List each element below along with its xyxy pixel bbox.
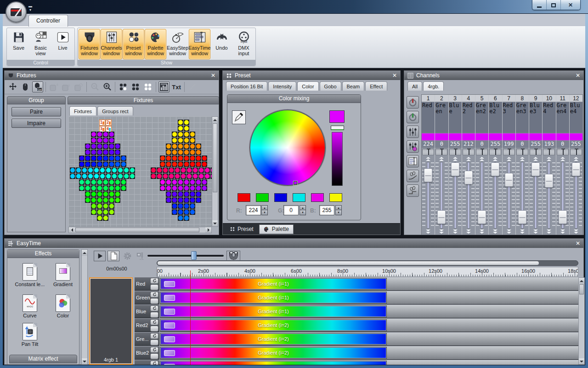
scroll-down-icon[interactable]	[82, 358, 87, 364]
fixture-cell[interactable]	[184, 197, 189, 203]
fixture-cell[interactable]	[178, 191, 183, 197]
fixture-cell[interactable]	[109, 144, 114, 149]
fixtures-tool-zoom-in[interactable]	[102, 81, 113, 92]
fixture-cell[interactable]	[196, 150, 201, 155]
fixture-cell[interactable]	[190, 185, 195, 191]
fixture-numbered-2[interactable]: 2	[106, 120, 112, 126]
fixture-cell[interactable]	[204, 167, 210, 173]
fader-up-icon[interactable]	[520, 156, 525, 161]
fixture-cell[interactable]	[70, 173, 75, 179]
rgb-input-r[interactable]: 224	[246, 205, 261, 215]
fixture-cell[interactable]	[103, 138, 108, 143]
fader-up-icon[interactable]	[453, 156, 458, 161]
zoom-slider[interactable]	[147, 251, 224, 260]
track-loop-button[interactable]	[150, 292, 158, 298]
fixture-cell[interactable]	[184, 203, 189, 209]
scroll-up-icon[interactable]	[212, 117, 218, 123]
fixture-cell[interactable]	[91, 209, 96, 215]
clip-start-chip[interactable]	[164, 309, 175, 315]
fixture-cell[interactable]	[115, 155, 120, 161]
fixture-cell[interactable]	[178, 144, 183, 149]
fader-up-icon[interactable]	[426, 156, 430, 161]
fixture-cell[interactable]	[109, 138, 114, 143]
fader-down-icon[interactable]	[453, 229, 458, 234]
fixture-cell[interactable]	[172, 138, 177, 143]
app-menu-orb[interactable]	[6, 1, 27, 23]
fixture-cell[interactable]	[198, 173, 204, 179]
preset-swatch-4[interactable]	[311, 193, 324, 202]
fixture-cell[interactable]	[178, 161, 183, 167]
fixture-cell[interactable]	[76, 173, 81, 179]
fixture-cell[interactable]	[91, 191, 96, 197]
fader-handle[interactable]	[571, 162, 580, 176]
channel-fader[interactable]	[556, 156, 569, 235]
fixture-cell[interactable]	[190, 203, 195, 209]
fixture-cell[interactable]	[175, 173, 180, 179]
effect-item-curve[interactable]: sin(x)Curve	[14, 294, 46, 318]
gradient-clip[interactable]: Gradient (i=2)	[160, 347, 387, 359]
fixture-cell[interactable]	[187, 173, 192, 179]
fixture-cell[interactable]	[202, 161, 207, 167]
fixtures-tool-txt[interactable]: Txt	[171, 81, 182, 92]
clip-start-chip[interactable]	[164, 350, 175, 356]
fixture-cell[interactable]	[166, 179, 171, 185]
fixtures-grid[interactable]: 1234	[68, 116, 212, 227]
fader-handle[interactable]	[437, 210, 446, 224]
fixture-cell[interactable]	[192, 173, 198, 179]
fixture-cell[interactable]	[103, 185, 108, 191]
track-lane[interactable]: Gradient (i=1)	[160, 277, 578, 291]
tab-controller[interactable]: Controller	[28, 15, 68, 27]
track-loop-button[interactable]	[150, 361, 158, 365]
fixture-cell[interactable]	[172, 185, 177, 191]
channels-faders-button[interactable]	[407, 126, 419, 138]
preset-close-icon[interactable]: ✕	[392, 73, 397, 78]
gradient-clip[interactable]: Gradient (i=2)	[160, 333, 387, 345]
rgb-input-g[interactable]: 0	[283, 205, 299, 215]
track-mode-button[interactable]	[150, 353, 158, 359]
fixture-cell[interactable]	[106, 167, 111, 173]
fixtures-tool-group-edit[interactable]	[73, 81, 84, 92]
preset-tab-color[interactable]: Color	[297, 81, 318, 91]
quick-access-dropdown[interactable]: ▬▾	[28, 5, 32, 12]
fader-down-icon[interactable]	[547, 229, 551, 234]
fixture-cell[interactable]	[157, 173, 162, 179]
fixture-cell[interactable]	[151, 173, 156, 179]
new-scene-button[interactable]	[107, 251, 119, 261]
fader-handle[interactable]	[504, 173, 513, 187]
fixture-cell[interactable]	[196, 191, 201, 197]
scroll-down-icon[interactable]	[579, 358, 584, 364]
fixture-cell[interactable]	[97, 161, 102, 167]
fixture-cell[interactable]	[97, 209, 102, 215]
fixtures-close-icon[interactable]: ✕	[211, 73, 215, 78]
fixture-cell[interactable]	[103, 179, 108, 185]
fixture-cell[interactable]	[91, 161, 96, 167]
rgb-spinner-g[interactable]: ▲▼	[300, 205, 306, 215]
channel-color-swatch[interactable]	[529, 133, 542, 141]
channel-fader[interactable]	[503, 156, 515, 235]
channel-fader[interactable]	[449, 156, 462, 235]
fixture-cell[interactable]	[196, 155, 201, 161]
fixture-cell[interactable]	[172, 150, 177, 155]
spinner-up-icon[interactable]: ▲	[336, 206, 341, 210]
channels-close-icon[interactable]: ✕	[576, 73, 580, 78]
preset-tab-effect[interactable]: Effect	[365, 81, 387, 91]
fixture-cell[interactable]	[91, 150, 96, 155]
scene-block-4rgb[interactable]: 4rgb 1	[89, 277, 133, 365]
spinner-up-icon[interactable]: ▲	[262, 206, 267, 210]
fixture-cell[interactable]	[157, 167, 162, 173]
fixture-cell[interactable]	[85, 155, 90, 161]
scroll-thumb[interactable]	[579, 284, 584, 294]
channel-fader[interactable]	[489, 156, 502, 235]
group-button-impaire[interactable]: Impaire	[11, 119, 61, 128]
fixture-cell[interactable]	[172, 161, 177, 167]
fixture-cell[interactable]	[184, 150, 189, 155]
fixtures-tool-move[interactable]	[7, 81, 18, 92]
fixtures-tool-wand[interactable]	[187, 81, 198, 92]
fixture-numbered-1[interactable]: 1	[99, 120, 105, 126]
ribbon-button-dmx-input[interactable]: InputDMX input	[233, 29, 254, 59]
fixture-cell[interactable]	[79, 185, 85, 191]
fixture-cell[interactable]	[109, 197, 114, 203]
color-wheel[interactable]	[249, 109, 326, 186]
track-lane[interactable]: Gradient (i=1)	[160, 291, 578, 305]
channel-color-swatch[interactable]	[462, 133, 475, 141]
